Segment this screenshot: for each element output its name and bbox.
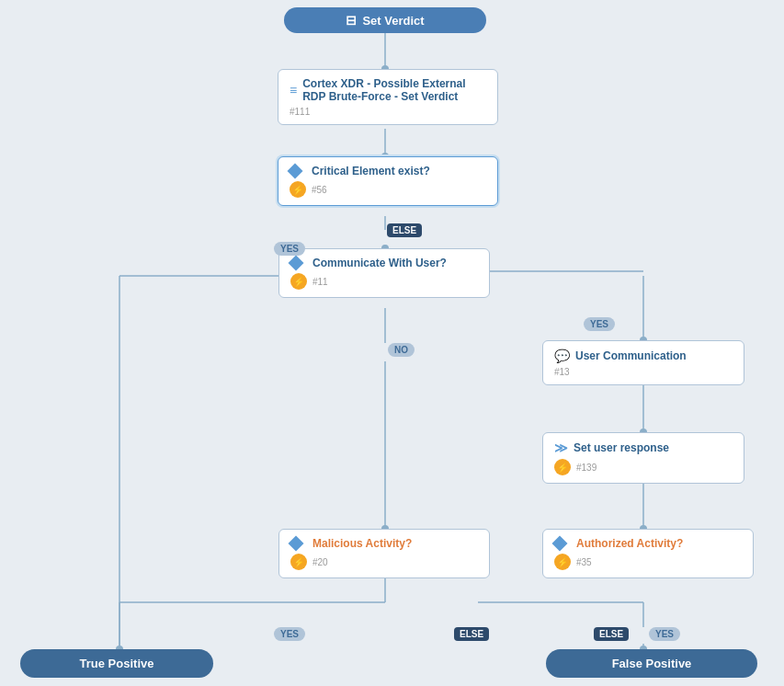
communicate-user-diamond-icon <box>289 256 304 271</box>
malicious-activity-title: Malicious Activity? <box>290 537 478 550</box>
set-user-response-id: #139 <box>576 463 597 473</box>
user-communication-title: 💬 User Communication <box>554 349 733 363</box>
critical-element-row: ⚡ #56 <box>290 181 486 198</box>
flowchart: ⊟ Set Verdict ≡ Cortex XDR - Possible Ex… <box>0 0 784 686</box>
authorized-activity-id: #35 <box>576 557 592 567</box>
authorized-activity-node[interactable]: Authorized Activity? ⚡ #35 <box>542 529 754 578</box>
critical-element-trigger-icon: ⚡ <box>290 181 306 198</box>
else-badge-1: ELSE <box>387 223 422 237</box>
user-communication-id: #13 <box>554 367 733 377</box>
else-badge-3: ELSE <box>594 627 629 641</box>
set-verdict-label: Set Verdict <box>362 14 424 28</box>
true-positive-label: True Positive <box>80 657 154 670</box>
set-user-response-title: ≫ Set user response <box>554 440 733 455</box>
critical-element-title: Critical Element exist? <box>290 165 486 177</box>
malicious-activity-node[interactable]: Malicious Activity? ⚡ #20 <box>278 529 490 578</box>
critical-element-diamond-icon <box>288 164 303 179</box>
yes-badge-1: YES <box>274 242 305 256</box>
yes-badge-4: YES <box>649 627 680 641</box>
yes-badge-3: YES <box>274 627 305 641</box>
authorized-activity-title: Authorized Activity? <box>554 537 742 550</box>
false-positive-label: False Positive <box>612 657 692 670</box>
cortex-xdr-id: #111 <box>290 107 486 117</box>
malicious-activity-id: #20 <box>312 557 328 567</box>
cortex-xdr-icon: ≡ <box>290 83 297 97</box>
set-verdict-icon: ⊟ <box>346 13 357 28</box>
malicious-activity-row: ⚡ #20 <box>290 554 478 570</box>
authorized-activity-row: ⚡ #35 <box>554 554 742 570</box>
set-user-response-icon: ≫ <box>554 440 568 455</box>
set-user-response-node[interactable]: ≫ Set user response ⚡ #139 <box>542 432 744 484</box>
cortex-xdr-node[interactable]: ≡ Cortex XDR - Possible External RDP Bru… <box>278 69 498 125</box>
user-communication-node[interactable]: 💬 User Communication #13 <box>542 340 744 385</box>
false-positive-node[interactable]: False Positive <box>546 649 757 678</box>
else-badge-2: ELSE <box>454 627 489 641</box>
communicate-user-id: #11 <box>312 277 328 287</box>
authorized-activity-trigger-icon: ⚡ <box>554 554 571 570</box>
malicious-activity-diamond-icon <box>289 536 304 552</box>
communicate-user-node[interactable]: Communicate With User? ⚡ #11 <box>278 248 490 298</box>
malicious-activity-trigger-icon: ⚡ <box>290 554 307 570</box>
set-user-response-row: ⚡ #139 <box>554 459 733 475</box>
no-badge: NO <box>388 343 415 357</box>
communicate-user-title: Communicate With User? <box>290 257 478 269</box>
true-positive-node[interactable]: True Positive <box>20 649 213 678</box>
set-verdict-node[interactable]: ⊟ Set Verdict <box>284 7 486 33</box>
communicate-user-row: ⚡ #11 <box>290 273 478 290</box>
yes-badge-2: YES <box>584 317 615 331</box>
critical-element-node[interactable]: Critical Element exist? ⚡ #56 <box>278 156 498 206</box>
cortex-xdr-title: ≡ Cortex XDR - Possible External RDP Bru… <box>290 77 486 103</box>
communicate-user-trigger-icon: ⚡ <box>290 273 307 290</box>
critical-element-id: #56 <box>312 185 327 195</box>
authorized-activity-diamond-icon <box>552 536 568 552</box>
user-communication-icon: 💬 <box>554 349 570 363</box>
set-user-response-trigger-icon: ⚡ <box>554 459 571 475</box>
